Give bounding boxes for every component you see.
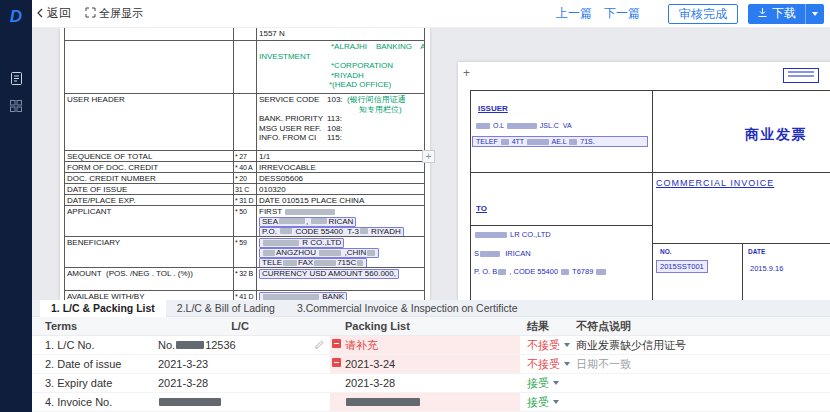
- packing-list-cell: 2021-3-24: [330, 355, 520, 373]
- packing-list-cell: [330, 393, 520, 411]
- redacted-text: [159, 398, 221, 406]
- review-row: 1. L/C No.No. 12536请补充不接受商业发票缺少信用证号: [32, 336, 830, 355]
- grid-icon: [9, 99, 23, 117]
- redacted-text: [475, 232, 507, 238]
- swift-field-code: * 40 A: [233, 162, 257, 172]
- crosshair-icon: +: [463, 66, 470, 80]
- swift-row: DATE OF ISSUE31 C010320: [65, 184, 424, 195]
- back-button[interactable]: 返回: [36, 5, 71, 22]
- stamp-box: [783, 68, 819, 83]
- redacted-text: [263, 240, 299, 246]
- redacted-text: [527, 139, 549, 145]
- review-row: 3. Expiry date2021-3-282021-3-28接受: [32, 374, 830, 393]
- split-handle-button[interactable]: +: [422, 150, 435, 163]
- swift-field-label: DATE/PLACE EXP.: [65, 195, 233, 205]
- sidebar-item-dashboard[interactable]: [0, 96, 32, 120]
- tab-commercial-invoice-inspection[interactable]: 3.Commercial Invoice & Inspection on Cer…: [286, 300, 529, 317]
- discrepancy-note-cell: [572, 393, 830, 411]
- result-select[interactable]: 不接受: [527, 357, 570, 372]
- redacted-text: [176, 341, 204, 349]
- highlight-box: ANGZHOU ,CHIN: [259, 248, 379, 258]
- edit-pencil-icon[interactable]: [314, 340, 324, 352]
- swift-row: SEQUENCE OF TOTAL* 271/1: [65, 151, 424, 162]
- fullscreen-button[interactable]: 全屏显示: [85, 6, 143, 21]
- invoice-date-value: 2015.9.16: [750, 264, 783, 273]
- redacted-text: [476, 123, 490, 129]
- swift-document: 1557 N*ALRAJHI BANKING ANDINVESTMENT*COR…: [60, 28, 430, 300]
- review-table-header: Terms L/C Packing List 结果 不符点说明: [32, 317, 830, 336]
- swift-field-value: SERVICE CODE103: (银行间信用证通知专用栏位)BANK. PRI…: [257, 94, 424, 150]
- redacted-text: [346, 398, 420, 406]
- swift-field-value: DESS05606: [257, 173, 424, 183]
- term-cell: 2. Date of issue: [32, 355, 150, 373]
- packing-list-cell: 请补充: [330, 336, 520, 354]
- next-article-link[interactable]: 下一篇: [604, 5, 640, 22]
- document-viewer: 1557 N*ALRAJHI BANKING ANDINVESTMENT*COR…: [32, 28, 830, 300]
- discrepancy-note-cell: 商业发票缺少信用证号: [572, 336, 830, 354]
- document-icon: [9, 71, 24, 90]
- swift-row: APPLICANT* 50FIRST SEA, RICANP.O. CODE 5…: [65, 206, 424, 237]
- highlight-box: CURRENCY USD AMOUNT 560.000,: [259, 269, 399, 279]
- swift-field-value: 1/1: [257, 151, 424, 161]
- swift-row: FORM OF DOC. CREDIT* 40 AIRREVOCABLE: [65, 162, 424, 173]
- swift-row: BENEFICIARY* 59 R CO.,LTDANGZHOU ,CHINTE…: [65, 237, 424, 268]
- invoice-no-label: NO.: [660, 248, 672, 255]
- swift-field-label: APPLICANT: [65, 206, 233, 236]
- download-button[interactable]: 下载: [748, 4, 805, 24]
- term-cell: 1. L/C No.: [32, 336, 150, 354]
- tab-lc-packing-list[interactable]: 1. L/C & Packing List: [40, 300, 166, 317]
- caret-down-icon: [812, 12, 818, 16]
- swift-field-code: [233, 94, 257, 150]
- swift-field-value: IRREVOCABLE: [257, 162, 424, 172]
- discrepancy-note-cell: 日期不一致: [572, 355, 830, 373]
- topbar: 返回 全屏显示 上一篇 下一篇 审核完成 下载: [32, 0, 830, 28]
- sidebar: D: [0, 0, 32, 412]
- swift-field-label: DOC. CREDIT NUMBER: [65, 173, 233, 183]
- swift-field-code: 31 C: [233, 184, 257, 194]
- result-select[interactable]: 接受: [527, 395, 559, 410]
- sidebar-item-documents[interactable]: [0, 68, 32, 92]
- review-complete-button[interactable]: 审核完成: [668, 4, 738, 24]
- redacted-text: [357, 260, 363, 266]
- error-flag-badge: [332, 358, 341, 367]
- tab-lc-bill-of-lading[interactable]: 2.L/C & Bill of Lading: [166, 300, 286, 317]
- swift-field-code: * 27: [233, 151, 257, 161]
- invoice-no-value: 2015SST001: [656, 260, 708, 273]
- lc-cell: No. 12536: [150, 336, 330, 354]
- back-label: 返回: [47, 5, 71, 22]
- invoice-title-cn: 商业发票: [745, 126, 807, 144]
- app-logo: D: [0, 2, 32, 30]
- prev-article-link[interactable]: 上一篇: [556, 5, 592, 22]
- swift-row: 1557 N: [65, 28, 424, 41]
- result-select[interactable]: 不接受: [527, 338, 570, 353]
- swift-field-code: [233, 41, 257, 93]
- swift-field-value: 010320: [257, 184, 424, 194]
- result-cell: 不接受: [520, 355, 572, 373]
- back-chevron-icon: [36, 7, 44, 21]
- highlight-box: P.O. CODE 55400 T-3 RIYADH: [259, 227, 404, 237]
- lc-cell: 2021-3-28: [150, 374, 330, 392]
- swift-field-code: * 50: [233, 206, 257, 236]
- download-icon: [757, 7, 768, 21]
- redacted-text: [285, 209, 335, 215]
- review-row: 4. Invoice No.接受: [32, 393, 830, 412]
- invoice-attn-line: S IRICAN: [474, 249, 531, 258]
- swift-field-value: 1557 N: [257, 28, 424, 40]
- header-terms: Terms: [32, 317, 150, 335]
- invoice-issuer-line: O.L JSL.C VA: [475, 122, 572, 129]
- result-select[interactable]: 接受: [527, 376, 559, 391]
- term-cell: 4. Invoice No.: [32, 393, 150, 411]
- download-dropdown-button[interactable]: [806, 4, 824, 24]
- invoice-issuer-label: ISSUER: [478, 104, 508, 113]
- swift-row: AMOUNT (POS. /NEG . TOL . (%))* 32 BCURR…: [65, 268, 424, 291]
- highlight-box: TELEFAX715C: [259, 258, 367, 267]
- highlight-box: SEA, RICAN: [259, 217, 356, 227]
- redacted-text: [279, 218, 305, 224]
- redacted-text: [569, 139, 577, 145]
- result-cell: 不接受: [520, 336, 572, 354]
- download-split-button: 下载: [748, 4, 824, 24]
- invoice-po-line: P. O. B , CODE 55400 T6789: [474, 267, 607, 276]
- redacted-text: [507, 123, 537, 129]
- header-discrepancy: 不符点说明: [572, 317, 830, 335]
- result-cell: 接受: [520, 374, 572, 392]
